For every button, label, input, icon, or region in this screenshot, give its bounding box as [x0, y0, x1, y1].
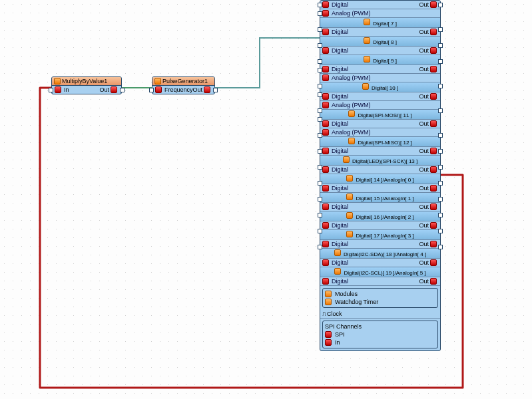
- port-icon: [322, 203, 329, 210]
- pin-row[interactable]: Analog (PWM): [320, 9, 440, 18]
- pin-row[interactable]: Digital Out: [320, 221, 440, 230]
- pin-out[interactable]: [120, 88, 125, 92]
- pin-right[interactable]: [438, 84, 443, 88]
- pin-left[interactable]: [318, 11, 322, 16]
- pin-row[interactable]: Digital Out: [320, 92, 440, 101]
- pin-in[interactable]: [49, 88, 53, 92]
- clock-row[interactable]: ⎍Clock: [320, 310, 440, 319]
- pin-right[interactable]: [438, 197, 443, 201]
- chip-icon: [364, 56, 370, 63]
- modules-label: Modules: [335, 291, 358, 297]
- port-frequency: Frequency: [164, 86, 193, 93]
- port-icon: [322, 166, 329, 173]
- port-icon: [430, 185, 437, 192]
- port-label-left: Digital: [332, 120, 348, 127]
- chip-icon: [364, 19, 370, 25]
- pin-right[interactable]: [438, 149, 443, 154]
- pin-row[interactable]: Digital Out: [320, 184, 440, 193]
- pin-header: Digital(LED)(SPI-SCK)[ 13 ]: [320, 156, 440, 166]
- port-icon: [322, 278, 329, 285]
- node-title-text: PulseGenerator1: [162, 78, 208, 84]
- chip-icon: [362, 83, 369, 90]
- pin-left[interactable]: [318, 43, 322, 48]
- pin-left[interactable]: [318, 84, 322, 88]
- port-label-left: Digital: [332, 29, 348, 35]
- pin-right[interactable]: [438, 3, 443, 7]
- port-icon: [430, 47, 437, 54]
- pin-left[interactable]: [318, 229, 322, 233]
- device-panel[interactable]: Digital Out Analog (PWM) Digital[ 7 ] Di…: [320, 0, 441, 351]
- modules-panel[interactable]: Modules Watchdog Timer: [322, 288, 438, 308]
- pin-left[interactable]: [318, 181, 322, 186]
- pin-row[interactable]: Analog (PWM): [320, 128, 440, 137]
- in-icon: [55, 86, 61, 93]
- pin-row[interactable]: Digital Out: [320, 277, 440, 286]
- pin-right[interactable]: [438, 181, 443, 186]
- pin-out[interactable]: [213, 88, 218, 92]
- port-label-left: Digital: [332, 66, 348, 72]
- node-pulsegenerator[interactable]: PulseGenerator1 Frequency Out: [152, 76, 215, 94]
- pin-row[interactable]: Digital Out: [320, 1, 440, 9]
- pin-right[interactable]: [438, 108, 443, 113]
- pin-row[interactable]: Digital Out: [320, 240, 440, 249]
- pin-row[interactable]: Digital Out: [320, 47, 440, 55]
- pin-row[interactable]: Digital Out: [320, 203, 440, 211]
- pin-row[interactable]: Analog (PWM): [320, 101, 440, 110]
- pin-header: Digital[ 8 ]: [320, 37, 440, 47]
- pin-right[interactable]: [438, 43, 443, 48]
- pin-left[interactable]: [318, 245, 322, 249]
- port-label-left: Digital: [332, 185, 348, 192]
- pin-row[interactable]: Digital Out: [320, 28, 440, 37]
- node-title: PulseGenerator1: [152, 77, 214, 86]
- pin-row[interactable]: Digital Out: [320, 166, 440, 174]
- pin-left[interactable]: [318, 213, 322, 217]
- chip-icon: [348, 138, 355, 144]
- pin-right[interactable]: [438, 59, 443, 64]
- port-icon: [322, 74, 329, 81]
- node-multiplybyvalue[interactable]: MultiplyByValue1 In Out: [51, 76, 122, 94]
- pin-right[interactable]: [438, 27, 443, 32]
- chip-icon: [343, 156, 350, 163]
- port-icon: [430, 29, 437, 35]
- pin-left[interactable]: [318, 149, 322, 154]
- pin-left[interactable]: [318, 197, 322, 201]
- chip-icon: [364, 37, 370, 44]
- port-icon: [430, 166, 437, 173]
- port-label-right: Out: [419, 166, 429, 173]
- pin-header: Digital[ 16 ]/AnalogIn[ 2 ]: [320, 211, 440, 221]
- pin-row[interactable]: Digital Out: [320, 259, 440, 267]
- port-icon: [322, 185, 329, 192]
- chip-icon: [334, 249, 341, 256]
- port-out: Out: [99, 86, 109, 93]
- pin-left[interactable]: [318, 108, 322, 113]
- pin-left[interactable]: [318, 3, 322, 7]
- pin-right[interactable]: [438, 229, 443, 233]
- pin-left[interactable]: [318, 92, 322, 97]
- spi-icon: [325, 331, 332, 338]
- pin-left[interactable]: [318, 117, 322, 122]
- port-label-left: Digital: [332, 222, 348, 229]
- pin-left[interactable]: [318, 68, 322, 72]
- port-label-left: Analog (PWM): [332, 74, 371, 81]
- pin-right[interactable]: [438, 165, 443, 170]
- port-label-left: Digital: [332, 1, 348, 8]
- port-icon: [430, 241, 437, 247]
- pin-left[interactable]: [318, 133, 322, 138]
- pin-right[interactable]: [438, 245, 443, 249]
- pin-right[interactable]: [438, 133, 443, 138]
- pin-frequency[interactable]: [149, 88, 154, 92]
- port-icon: [430, 93, 437, 100]
- pin-row[interactable]: Digital Out: [320, 147, 440, 156]
- pin-row[interactable]: Digital Out: [320, 120, 440, 128]
- port-label-left: Digital: [332, 148, 348, 154]
- in-icon: [155, 86, 162, 93]
- port-label-left: Digital: [332, 278, 348, 285]
- pin-left[interactable]: [318, 59, 322, 64]
- pin-right[interactable]: [438, 213, 443, 217]
- pin-row[interactable]: Digital Out: [320, 65, 440, 74]
- port-label-right: Out: [419, 66, 429, 72]
- spi-panel[interactable]: SPI Channels SPI In: [322, 321, 438, 348]
- pin-left[interactable]: [318, 165, 322, 170]
- pin-row[interactable]: Analog (PWM): [320, 74, 440, 82]
- pin-left[interactable]: [318, 27, 322, 32]
